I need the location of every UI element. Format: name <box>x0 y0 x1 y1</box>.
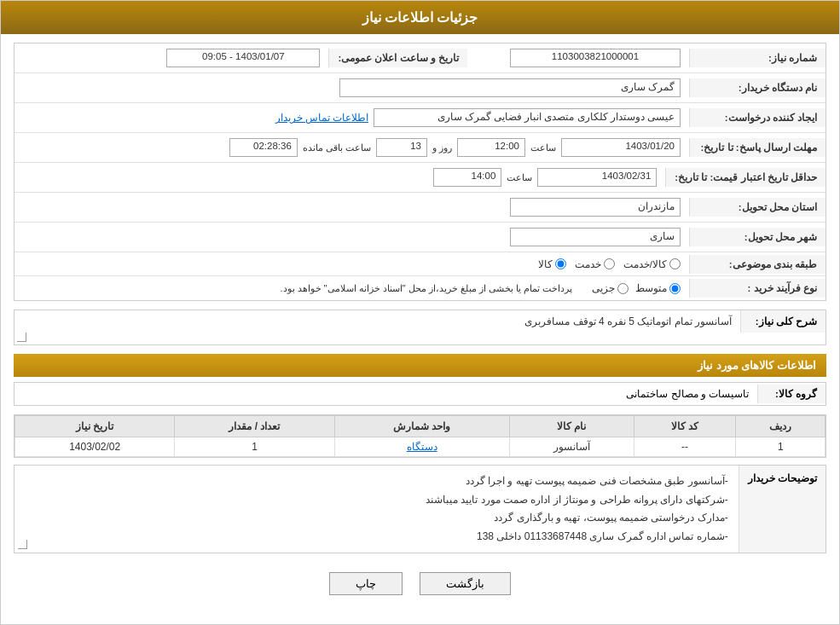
deadline-days-label: روز و <box>432 142 452 153</box>
category-kala-label: کالا <box>538 258 553 270</box>
cell-name: آسانسور <box>509 437 634 457</box>
category-service-radio[interactable] <box>604 258 615 269</box>
process-type-label: نوع فرآیند خرید : <box>689 279 826 298</box>
province-label: استان محل تحویل: <box>689 198 826 217</box>
deadline-days: 13 <box>376 138 427 157</box>
announce-datetime-label: تاریخ و ساعت اعلان عمومی: <box>328 49 467 67</box>
buyer-notes-line: -مدارک درخواستی ضمیمه پیوست، تهیه و بارگ… <box>25 509 728 528</box>
goods-group-section: گروه کالا: تاسیسات و مصالح ساختمانی <box>14 382 826 406</box>
cell-row: 1 <box>736 437 826 457</box>
process-motavasset-label: متوسط <box>635 282 667 294</box>
page-title: جزئیات اطلاعات نیاز <box>362 10 478 25</box>
description-section: شرح کلی نیاز: آسانسور تمام اتوماتیک 5 نف… <box>14 310 826 345</box>
price-validity-row: حداقل تاریخ اعتبار قیمت: تا تاریخ: 1403/… <box>14 163 826 193</box>
category-service-option[interactable]: خدمت <box>575 258 615 270</box>
goods-table: ردیف کد کالا نام کالا واحد شمارش تعداد /… <box>14 415 826 457</box>
deadline-date: 1403/01/20 <box>561 138 681 157</box>
process-type-options: متوسط جزیی پرداخت تمام یا بخشی از مبلغ خ… <box>23 282 681 294</box>
col-header-date: تاریخ نیاز <box>15 416 175 437</box>
category-kala-khedmat-option[interactable]: کالا/خدمت <box>623 258 681 270</box>
cell-date: 1403/02/02 <box>15 437 175 457</box>
requester-label: ایجاد کننده درخواست: <box>689 108 826 127</box>
category-kala-khedmat-label: کالا/خدمت <box>623 258 667 270</box>
need-number-row: شماره نیاز: 1103003821000001 تاریخ و ساع… <box>14 43 826 73</box>
requester-row: ایجاد کننده درخواست: عیسی دوستدار کلکاری… <box>14 103 826 133</box>
announce-datetime-value: 1403/01/07 - 09:05 <box>166 49 320 67</box>
city-label: شهر محل تحویل: <box>689 228 826 246</box>
province-row: استان محل تحویل: مازندران <box>14 193 826 223</box>
buyer-notes-section: توضیحات خریدار -آسانسور طبق مشخصات فنی ض… <box>14 465 826 553</box>
table-header-row: ردیف کد کالا نام کالا واحد شمارش تعداد /… <box>15 416 826 437</box>
category-label: طبقه بندی موضوعی: <box>689 255 826 274</box>
col-header-code: کد کالا <box>634 416 736 437</box>
buyer-notes-line: -شرکتهای دارای پروانه طراحی و مونتاژ از … <box>25 491 728 510</box>
category-service-label: خدمت <box>575 258 601 270</box>
process-motavasset-option[interactable]: متوسط <box>635 282 681 294</box>
price-validity-time-label: ساعت <box>507 172 532 183</box>
col-header-quantity: تعداد / مقدار <box>175 416 334 437</box>
price-validity-label: حداقل تاریخ اعتبار قیمت: تا تاریخ: <box>665 168 826 187</box>
buyer-org-value: گمرک ساری <box>339 78 681 97</box>
description-label: شرح کلی نیاز: <box>740 310 826 333</box>
buyer-org-label: نام دستگاه خریدار: <box>689 78 826 97</box>
main-info-section: شماره نیاز: 1103003821000001 تاریخ و ساع… <box>14 43 826 301</box>
deadline-remaining: 02:28:36 <box>229 138 298 157</box>
need-number-label: شماره نیاز: <box>689 49 826 67</box>
process-jozi-option[interactable]: جزیی <box>592 282 629 294</box>
page-header: جزئیات اطلاعات نیاز <box>1 1 839 34</box>
goods-group-value: تاسیسات و مصالح ساختمانی <box>617 385 757 403</box>
buyer-notes-label: توضیحات خریدار <box>739 466 826 553</box>
process-description: پرداخت تمام یا بخشی از مبلغ خرید،از محل … <box>280 283 572 294</box>
category-radio-group: کالا/خدمت خدمت کالا <box>23 258 681 270</box>
col-header-name: نام کالا <box>509 416 634 437</box>
process-type-row: نوع فرآیند خرید : متوسط جزیی پرداخت تمام… <box>14 276 826 300</box>
cell-code: -- <box>634 437 736 457</box>
city-value: ساری <box>510 228 681 246</box>
deadline-time: 12:00 <box>457 138 525 157</box>
process-motavasset-radio[interactable] <box>669 283 681 294</box>
description-content: آسانسور تمام اتوماتیک 5 نفره 4 توقف مساف… <box>14 310 740 344</box>
process-jozi-radio[interactable] <box>617 283 629 294</box>
goods-section-title: اطلاعات کالاهای مورد نیاز <box>14 354 826 377</box>
need-number-value: 1103003821000001 <box>510 49 681 67</box>
goods-group-label: گروه کالا: <box>757 385 826 403</box>
buyer-notes-content: -آسانسور طبق مشخصات فنی ضمیمه پیوست تهیه… <box>14 466 739 553</box>
col-header-unit: واحد شمارش <box>334 416 509 437</box>
price-validity-time: 14:00 <box>433 168 501 187</box>
category-kala-khedmat-radio[interactable] <box>669 258 681 269</box>
category-kala-radio[interactable] <box>555 258 566 269</box>
buyer-notes-line: -شماره تماس اداره گمرک ساری 01133687448 … <box>25 528 728 547</box>
requester-contact-link[interactable]: اطلاعات تماس خریدار <box>275 112 368 124</box>
process-jozi-label: جزیی <box>592 282 615 294</box>
col-header-row: ردیف <box>736 416 826 437</box>
category-kala-option[interactable]: کالا <box>538 258 566 270</box>
button-row: بازگشت چاپ <box>14 564 826 608</box>
deadline-label: مهلت ارسال پاسخ: تا تاریخ: <box>689 138 826 157</box>
price-validity-date: 1403/02/31 <box>537 168 657 187</box>
cell-quantity: 1 <box>175 437 334 457</box>
city-row: شهر محل تحویل: ساری <box>14 223 826 252</box>
cell-unit[interactable]: دستگاه <box>334 437 509 457</box>
table-row: 1 -- آسانسور دستگاه 1 1403/02/02 <box>15 437 826 457</box>
goods-table-container: ردیف کد کالا نام کالا واحد شمارش تعداد /… <box>14 414 826 458</box>
deadline-time-label: ساعت <box>530 142 556 153</box>
category-row: طبقه بندی موضوعی: کالا/خدمت خدمت <box>14 252 826 276</box>
buyer-notes-line: -آسانسور طبق مشخصات فنی ضمیمه پیوست تهیه… <box>25 472 728 491</box>
province-value: مازندران <box>510 198 681 217</box>
deadline-remaining-label: ساعت باقی مانده <box>303 142 371 153</box>
buyer-org-row: نام دستگاه خریدار: گمرک ساری <box>14 73 826 103</box>
print-button[interactable]: چاپ <box>329 572 403 595</box>
requester-value: عیسی دوستدار کلکاری متصدی انبار فضایی گم… <box>374 108 681 127</box>
back-button[interactable]: بازگشت <box>420 572 511 595</box>
deadline-row: مهلت ارسال پاسخ: تا تاریخ: 1403/01/20 سا… <box>14 133 826 163</box>
